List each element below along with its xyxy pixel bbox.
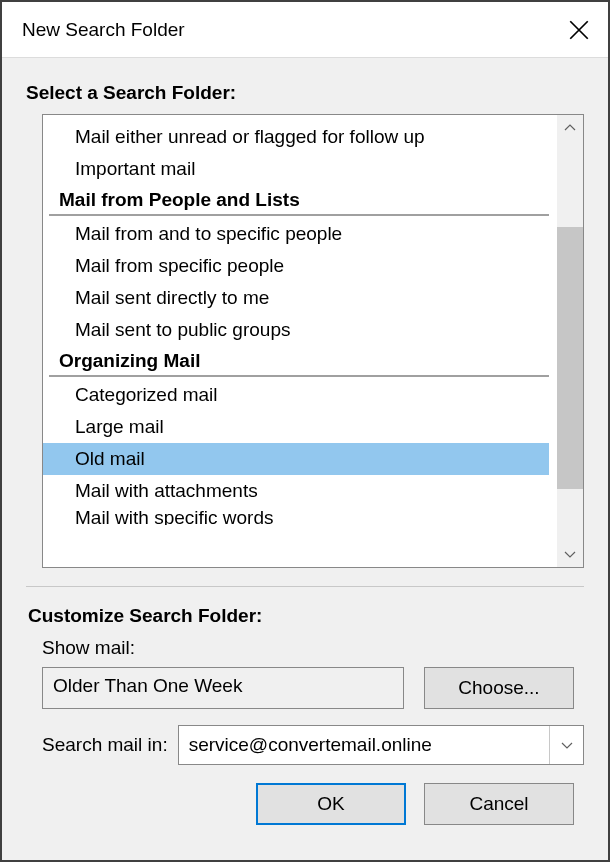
show-mail-label: Show mail: xyxy=(42,637,584,659)
list-content[interactable]: Mail either unread or flagged for follow… xyxy=(43,115,557,567)
list-item[interactable]: Old mail xyxy=(43,443,549,475)
combo-dropdown-button[interactable] xyxy=(549,726,583,764)
chevron-down-icon xyxy=(564,548,576,560)
criteria-row: Older Than One Week Choose... xyxy=(42,667,584,709)
list-item[interactable]: Mail sent directly to me xyxy=(43,282,549,314)
ok-button[interactable]: OK xyxy=(256,783,406,825)
dialog-title: New Search Folder xyxy=(22,19,550,41)
scroll-up-button[interactable] xyxy=(557,115,583,141)
list-item[interactable]: Categorized mail xyxy=(43,379,549,411)
search-in-label: Search mail in: xyxy=(42,734,168,756)
scroll-thumb[interactable] xyxy=(557,227,583,489)
list-item[interactable]: Mail from specific people xyxy=(43,250,549,282)
dialog-body: Select a Search Folder: Mail either unre… xyxy=(2,58,608,860)
list-item[interactable]: Mail with specific words xyxy=(43,507,549,525)
account-value: service@convertemail.online xyxy=(179,734,549,756)
account-combobox[interactable]: service@convertemail.online xyxy=(178,725,584,765)
search-folder-list: Mail either unread or flagged for follow… xyxy=(42,114,584,568)
list-group-header: Mail from People and Lists xyxy=(49,185,549,216)
close-button[interactable] xyxy=(550,2,608,58)
search-in-row: Search mail in: service@convertemail.onl… xyxy=(42,725,584,765)
scroll-down-button[interactable] xyxy=(557,541,583,567)
cancel-button[interactable]: Cancel xyxy=(424,783,574,825)
chevron-down-icon xyxy=(561,739,573,751)
list-item[interactable]: Mail sent to public groups xyxy=(43,314,549,346)
list-item[interactable]: Mail either unread or flagged for follow… xyxy=(43,121,549,153)
customize-section: Customize Search Folder: Show mail: Olde… xyxy=(26,605,584,825)
customize-label: Customize Search Folder: xyxy=(28,605,584,627)
list-item[interactable]: Important mail xyxy=(43,153,549,185)
choose-button[interactable]: Choose... xyxy=(424,667,574,709)
criteria-text: Older Than One Week xyxy=(42,667,404,709)
dialog-footer: OK Cancel xyxy=(28,783,584,825)
scroll-track[interactable] xyxy=(557,141,583,541)
list-item[interactable]: Mail with attachments xyxy=(43,475,549,507)
list-item[interactable]: Large mail xyxy=(43,411,549,443)
divider xyxy=(26,586,584,587)
chevron-up-icon xyxy=(564,122,576,134)
select-folder-label: Select a Search Folder: xyxy=(26,82,584,104)
new-search-folder-dialog: New Search Folder Select a Search Folder… xyxy=(0,0,610,862)
scrollbar[interactable] xyxy=(557,115,583,567)
titlebar: New Search Folder xyxy=(2,2,608,58)
list-group-header: Organizing Mail xyxy=(49,346,549,377)
list-item[interactable]: Mail from and to specific people xyxy=(43,218,549,250)
close-icon xyxy=(569,20,589,40)
